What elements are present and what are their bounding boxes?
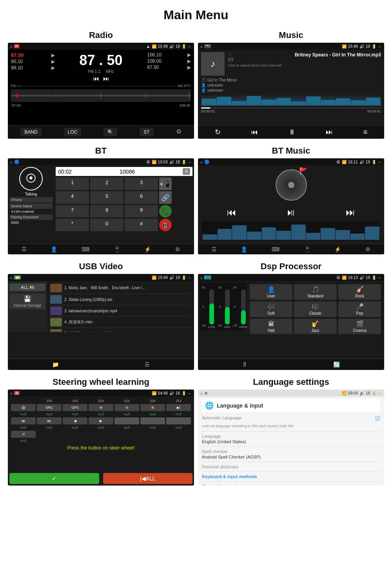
btmusic-footer-phone-icon[interactable]: 📱	[304, 246, 310, 252]
usb-file-4[interactable]: 4. 高清演示.mkv	[49, 317, 192, 328]
bt-call-btn[interactable]: 📞	[159, 205, 172, 218]
steer-back-btn[interactable]: ◀	[63, 417, 87, 424]
btmusic-footer-connect-icon[interactable]: ⚡	[334, 246, 341, 252]
skip-next-btn[interactable]: ⏭	[103, 75, 109, 82]
bt-key-6[interactable]: 6	[125, 191, 158, 204]
pause-btn[interactable]: ⏸	[289, 128, 296, 136]
loc-btn[interactable]: LOC	[64, 128, 82, 136]
play-icon-4[interactable]: ▶	[187, 52, 191, 58]
dsp-slider-low-track[interactable]	[209, 289, 214, 324]
bt-hangup-btn[interactable]: 📵	[159, 219, 172, 231]
music-progress-bar[interactable]	[201, 107, 381, 109]
bt-footer-contacts-icon[interactable]: 👤	[51, 246, 57, 252]
btmusic-footer-settings-icon[interactable]: ⚙	[365, 246, 370, 252]
steer-src-btn[interactable]: SRC	[37, 404, 62, 411]
steer-cycle-btn[interactable]: ↺	[11, 431, 36, 438]
steer-reset-btn[interactable]: |◀ALL	[103, 473, 193, 484]
btmusic-footer-contacts-icon[interactable]: 👤	[241, 246, 247, 252]
dsp-preset-classic[interactable]: 🎼 Classic	[294, 301, 337, 317]
radio-freq-108[interactable]: 108.00	[147, 58, 162, 64]
usb-file-5[interactable]: 5. 黎瑞恩 - 一人有一个梦想.mkv	[49, 328, 192, 332]
bt-key-2[interactable]: 2	[90, 178, 123, 190]
bt-key-3[interactable]: 3	[125, 178, 158, 190]
music-lyrics-hint[interactable]: Click to search lyrics from internet!	[228, 63, 381, 67]
steer-play-btn[interactable]: ▶|	[166, 404, 191, 411]
steer-gps-btn[interactable]: GPS	[63, 404, 87, 411]
lang-current-keyboard[interactable]: Current Keyboard English (US) - Android …	[202, 484, 380, 486]
search-btn[interactable]: 🔍	[103, 128, 117, 136]
radio-freq-90[interactable]: 90.10	[11, 59, 23, 64]
steer-confirm-btn[interactable]: ✓	[9, 473, 99, 484]
usb-file-2[interactable]: 2. Sistar-Loving (1080p).avi	[49, 294, 192, 305]
dsp-preset-standard[interactable]: 🎵 Standard	[294, 284, 337, 300]
dsp-footer-settings-icon[interactable]: 🔄	[333, 361, 340, 368]
repeat-btn[interactable]: ↻	[215, 128, 221, 136]
steer-voldn-btn[interactable]: ⊖	[114, 404, 139, 411]
lang-spell[interactable]: Spell checker Android Spell Checker (AOS…	[202, 449, 380, 459]
btmusic-next-btn[interactable]: ⏭	[346, 207, 355, 218]
steer-power-btn[interactable]: ⏻	[11, 404, 36, 411]
bt-footer-list-icon[interactable]: ☰	[22, 246, 27, 252]
skip-prev-btn[interactable]: ⏮	[93, 75, 99, 82]
dsp-footer-eq-icon[interactable]: 🎚	[242, 361, 248, 368]
play-icon-6[interactable]: ▶	[187, 65, 191, 70]
heart-icon[interactable]: ♡	[228, 53, 232, 58]
settings-btn[interactable]: ⚙	[176, 128, 181, 136]
radio-freq-87[interactable]: 87.50	[11, 52, 24, 58]
radio-freq-106[interactable]: 106.10	[147, 52, 162, 58]
dsp-preset-rock[interactable]: 🎸 Rock	[338, 284, 381, 300]
bt-key-0[interactable]: 0	[90, 219, 123, 231]
usb-footer-list-icon[interactable]: ☰	[145, 361, 150, 368]
bt-link-btn[interactable]: 🔗	[159, 191, 172, 204]
usb-file-3[interactable]: 3. taimaxinanzhuanshipin.mp4	[49, 305, 192, 317]
btmusic-footer-keyboard-icon[interactable]: ⌨	[272, 246, 279, 252]
steer-r2-btn[interactable]	[140, 417, 165, 424]
bt-key-hash[interactable]: #	[125, 219, 158, 231]
usb-storage[interactable]: 💾 Internal Storage	[9, 294, 45, 309]
radio-freq-98[interactable]: 98.10	[11, 65, 23, 71]
lang-language[interactable]: Language English (United States)	[202, 434, 380, 444]
bt-add-contact-btn[interactable]: +📱	[159, 178, 172, 190]
steer-fwd-btn[interactable]: ▶	[89, 417, 113, 424]
dsp-preset-jazz[interactable]: 🎷 Jazz	[294, 319, 337, 334]
bt-key-star[interactable]: *	[56, 219, 89, 231]
steer-prev-btn[interactable]: ⏮	[11, 417, 36, 424]
play-icon-3[interactable]: ▶	[51, 65, 55, 71]
bt-footer-phone-icon[interactable]: 📱	[114, 246, 120, 252]
play-icon-1[interactable]: ▶	[51, 53, 55, 58]
playlist-btn[interactable]: ≡	[363, 128, 368, 136]
btmusic-play-btn[interactable]: ⏯	[286, 207, 296, 218]
play-icon-2[interactable]: ▶	[51, 59, 55, 64]
bt-key-1[interactable]: 1	[56, 178, 89, 190]
next-btn[interactable]: ⏭	[326, 128, 333, 136]
bt-key-4[interactable]: 4	[56, 191, 89, 204]
usb-file-1[interactable]: 1. Nicky Jam、Will Smith、Era Istrefi - Li…	[49, 283, 192, 294]
bt-key-5[interactable]: 5	[90, 191, 123, 204]
bt-delete-btn[interactable]: ✕	[183, 168, 190, 175]
play-icon-5[interactable]: ▶	[187, 58, 191, 64]
bt-key-8[interactable]: 8	[90, 205, 123, 218]
steer-next-btn[interactable]: ⏭	[37, 417, 62, 424]
bt-key-7[interactable]: 7	[56, 205, 89, 218]
dsp-preset-hall[interactable]: 🏛 Hall	[250, 319, 292, 334]
steer-volup-btn[interactable]: ⊕	[89, 404, 113, 411]
st-btn[interactable]: ST	[140, 128, 153, 136]
prev-btn[interactable]: ⏮	[251, 128, 258, 136]
bt-key-9[interactable]: 9	[125, 205, 158, 218]
lang-auto-checkbox[interactable]: ☑	[375, 415, 380, 422]
btmusic-footer-list-icon[interactable]: ☰	[212, 246, 217, 252]
dsp-preset-soft[interactable]: 🎶 Soft	[250, 301, 292, 317]
dsp-preset-cinema[interactable]: 🎬 Cinema	[338, 319, 381, 334]
dsp-preset-user[interactable]: 👤 User	[250, 284, 292, 300]
bt-footer-settings-icon[interactable]: ⚙	[175, 246, 180, 252]
band-btn[interactable]: BAND	[20, 128, 41, 136]
btmusic-prev-btn[interactable]: ⏮	[227, 207, 236, 218]
steer-mute-btn[interactable]: 🔇	[140, 404, 165, 411]
radio-freq-87b[interactable]: 87.50	[147, 65, 159, 70]
usb-footer-folder-icon[interactable]: 📁	[52, 361, 59, 368]
bt-footer-connect-icon[interactable]: ⚡	[144, 246, 151, 252]
dsp-slider-high-track[interactable]	[241, 289, 246, 324]
bt-footer-keyboard-icon[interactable]: ⌨	[82, 246, 89, 252]
usb-all-btn[interactable]: ALL All	[9, 283, 45, 291]
dsp-preset-pop[interactable]: 🎤 Pop	[338, 301, 381, 317]
